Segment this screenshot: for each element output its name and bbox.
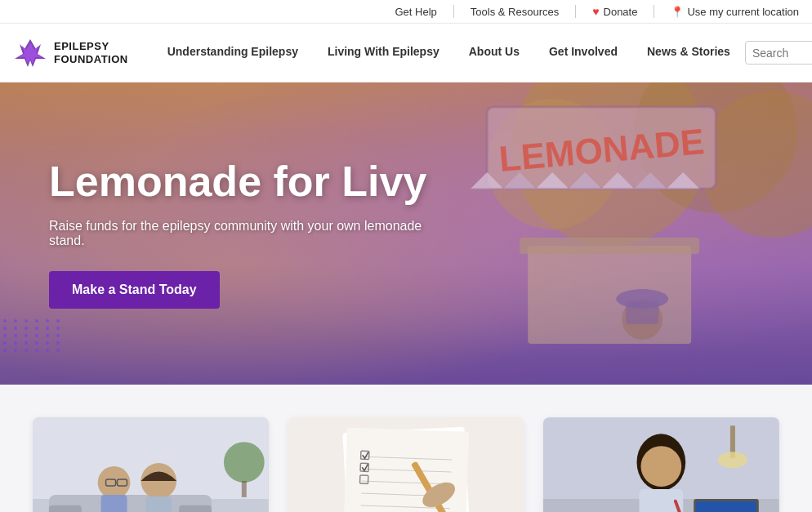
logo-icon	[13, 36, 47, 70]
couple-laptop-image	[33, 417, 269, 512]
svg-rect-25	[179, 505, 212, 512]
svg-point-36	[224, 442, 265, 483]
svg-rect-16	[528, 246, 691, 344]
top-bar-divider-2	[575, 5, 576, 18]
top-bar-divider-3	[654, 5, 654, 18]
card-seizure-tools[interactable]: Helpful Seizure Tools	[288, 417, 524, 512]
svg-rect-63	[696, 501, 756, 512]
tools-resources-link[interactable]: Tools & Resources	[471, 6, 559, 18]
main-navigation: EPILEPSY FOUNDATION Understanding Epilep…	[0, 24, 812, 82]
card-what-is-epilepsy[interactable]: What Is Epilepsy?	[33, 417, 269, 512]
nav-news-stories[interactable]: News & Stories	[632, 24, 745, 82]
svg-rect-20	[626, 301, 658, 324]
hero-content: Lemonade for Livy Raise funds for the ep…	[0, 126, 490, 341]
logo[interactable]: EPILEPSY FOUNDATION	[13, 36, 128, 70]
nav-get-involved[interactable]: Get Involved	[534, 24, 632, 82]
hero-subtitle: Raise funds for the epilepsy community w…	[49, 219, 441, 248]
top-bar: Get Help Tools & Resources ♥ Donate 📍 Us…	[0, 0, 812, 24]
nav-links: Understanding Epilepsy Living With Epile…	[153, 24, 745, 82]
location-link[interactable]: 📍 Use my current location	[671, 6, 799, 18]
checklist-image	[288, 417, 524, 512]
location-pin-icon: 📍	[671, 6, 684, 18]
svg-point-56	[718, 452, 747, 468]
hero-title: Lemonade for Livy	[49, 158, 441, 205]
svg-rect-37	[242, 481, 247, 497]
nav-understanding-epilepsy[interactable]: Understanding Epilepsy	[153, 24, 313, 82]
top-bar-divider-1	[453, 5, 454, 18]
nav-about-us[interactable]: About Us	[454, 24, 534, 82]
make-stand-button[interactable]: Make a Stand Today	[49, 271, 220, 309]
svg-rect-32	[145, 496, 172, 512]
search-input[interactable]	[752, 47, 812, 60]
search-box[interactable]: 🔍	[745, 41, 812, 65]
nav-living-with-epilepsy[interactable]: Living With Epilepsy	[313, 24, 454, 82]
svg-marker-1	[18, 42, 42, 64]
woman-studying-image	[543, 417, 779, 512]
cards-section: What Is Epilepsy?	[0, 385, 812, 512]
card-first-aid[interactable]: Learn Seizure First Aid	[543, 417, 779, 512]
svg-rect-27	[101, 495, 127, 512]
svg-point-26	[98, 466, 131, 499]
svg-rect-24	[49, 505, 82, 512]
donate-button[interactable]: ♥ Donate	[592, 5, 637, 18]
heart-icon: ♥	[592, 5, 599, 18]
svg-rect-17	[520, 238, 699, 254]
hero-section: LEMONADE Lemonade for Livy Raise funds f…	[0, 82, 812, 385]
get-help-link[interactable]: Get Help	[395, 6, 437, 18]
svg-rect-40	[343, 428, 469, 512]
svg-point-58	[641, 446, 682, 487]
